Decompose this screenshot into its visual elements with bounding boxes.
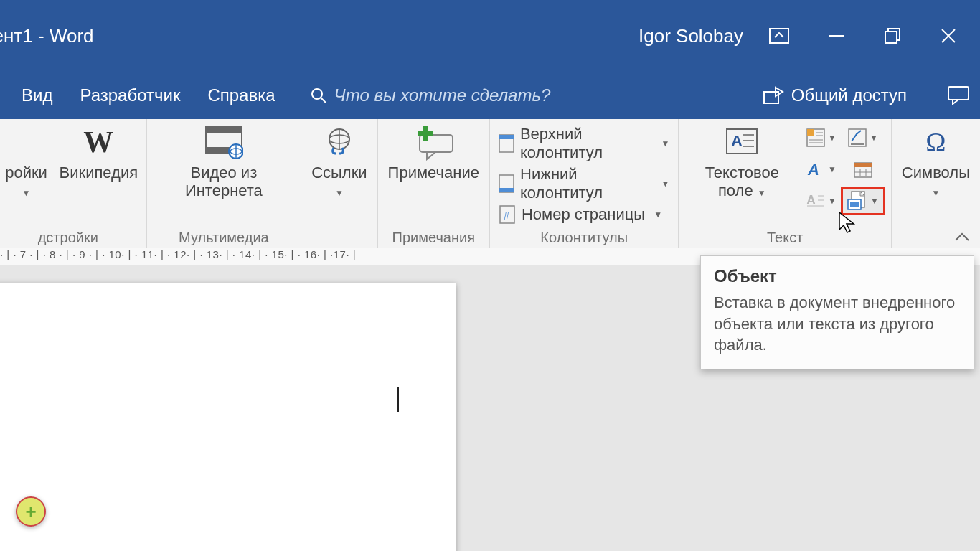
page[interactable] bbox=[0, 283, 456, 551]
svg-rect-0 bbox=[770, 29, 788, 43]
symbols-button[interactable]: Ω Символы▼ bbox=[897, 123, 974, 200]
group-header-footer: Верхний колонтитул ▼ Нижний колонтитул ▼… bbox=[490, 119, 679, 248]
signature-icon bbox=[848, 128, 867, 147]
chevron-down-icon: ▼ bbox=[654, 209, 662, 220]
group-addins-label: дстройки bbox=[0, 228, 141, 248]
ribbon-tabs: Вид Разработчик Справка Общий доступ bbox=[0, 72, 980, 119]
comment-icon bbox=[411, 123, 456, 161]
footer-button[interactable]: Нижний колонтитул ▼ bbox=[499, 165, 670, 202]
search-input[interactable] bbox=[334, 85, 636, 105]
wikipedia-icon: W bbox=[83, 123, 113, 161]
share-button[interactable]: Общий доступ bbox=[763, 85, 907, 105]
chevron-down-icon: ▼ bbox=[335, 188, 344, 198]
tooltip-object: Объект Вставка в документ внедренного об… bbox=[700, 255, 974, 369]
quick-parts-button[interactable]: ▼ bbox=[802, 123, 841, 152]
tab-view[interactable]: Вид bbox=[22, 81, 52, 110]
group-media-label: Мультимедиа bbox=[153, 228, 296, 248]
svg-text:A: A bbox=[806, 193, 816, 207]
group-media: Видео из Интернета Мультимедиа bbox=[147, 119, 302, 248]
window-controls bbox=[758, 27, 980, 44]
ribbon-display-options-icon[interactable] bbox=[769, 28, 789, 44]
close-icon[interactable] bbox=[940, 27, 957, 44]
group-links: Ссылки▼ bbox=[301, 119, 377, 248]
svg-rect-53 bbox=[850, 202, 859, 207]
chevron-down-icon: ▼ bbox=[22, 188, 31, 198]
omega-icon: Ω bbox=[925, 123, 946, 161]
svg-point-6 bbox=[312, 89, 322, 99]
links-label: Ссылки bbox=[311, 164, 367, 182]
date-time-button[interactable] bbox=[841, 155, 885, 184]
share-label: Общий доступ bbox=[791, 85, 907, 105]
svg-rect-9 bbox=[948, 87, 969, 100]
plus-icon: + bbox=[25, 501, 36, 523]
my-addins-button[interactable]: ройки ▼ bbox=[0, 123, 57, 200]
online-video-button[interactable]: Видео из Интернета bbox=[153, 123, 296, 200]
svg-rect-34 bbox=[807, 129, 814, 136]
group-links-label bbox=[307, 245, 371, 248]
date-time-icon bbox=[854, 160, 872, 179]
chevron-down-icon: ▼ bbox=[828, 133, 837, 143]
tooltip-body: Вставка в документ внедренного объекта и… bbox=[714, 292, 961, 356]
svg-rect-25 bbox=[499, 188, 514, 192]
group-addins: ройки ▼ W Википедия дстройки bbox=[0, 119, 147, 248]
wikipedia-button[interactable]: W Википедия bbox=[57, 123, 140, 182]
group-text: A Текстовое поле ▼ ▼ ▼ A ▼ bbox=[679, 119, 891, 248]
text-cursor bbox=[397, 387, 399, 412]
group-symbols: Ω Символы▼ bbox=[892, 119, 980, 248]
drop-cap-icon: A bbox=[806, 192, 825, 210]
restore-icon[interactable] bbox=[884, 27, 901, 44]
drop-cap-button[interactable]: A ▼ bbox=[802, 187, 841, 215]
username: Igor Solobay bbox=[624, 25, 758, 47]
links-button[interactable]: Ссылки▼ bbox=[307, 123, 371, 200]
svg-text:A: A bbox=[807, 161, 819, 179]
chevron-down-icon: ▼ bbox=[870, 133, 878, 143]
symbols-label: Символы bbox=[902, 164, 970, 182]
ruler-ticks: · | · 7 · | · 8 · | · 9 · | · 10· | · 11… bbox=[0, 248, 356, 260]
header-label: Верхний колонтитул bbox=[520, 125, 653, 162]
tooltip-title: Объект bbox=[714, 266, 961, 286]
new-comment-button[interactable]: Примечание bbox=[384, 123, 484, 182]
object-button[interactable]: ▼ bbox=[841, 187, 885, 215]
comment-label: Примечание bbox=[388, 164, 479, 182]
footer-icon bbox=[499, 174, 514, 193]
wordart-button[interactable]: A ▼ bbox=[802, 155, 841, 184]
page-number-icon: # bbox=[499, 205, 516, 224]
addins-label: ройки bbox=[5, 164, 47, 182]
group-hf-label: Колонтитулы bbox=[496, 228, 673, 248]
document-title: умент1 - Word bbox=[0, 25, 624, 47]
tab-developer[interactable]: Разработчик bbox=[80, 81, 180, 110]
object-icon bbox=[847, 191, 867, 211]
tab-help[interactable]: Справка bbox=[207, 81, 275, 110]
group-comments: Примечание Примечания bbox=[378, 119, 490, 248]
collapse-ribbon-icon[interactable] bbox=[954, 232, 970, 245]
page-number-label: Номер страницы bbox=[522, 205, 645, 224]
chevron-down-icon: ▼ bbox=[758, 188, 766, 198]
group-comments-label: Примечания bbox=[384, 228, 484, 248]
header-button[interactable]: Верхний колонтитул ▼ bbox=[499, 125, 670, 162]
comments-pane-icon[interactable] bbox=[947, 85, 970, 105]
search-icon bbox=[310, 87, 327, 104]
title-bar: умент1 - Word Igor Solobay bbox=[0, 0, 980, 72]
text-box-button[interactable]: A Текстовое поле ▼ bbox=[684, 123, 799, 200]
svg-line-7 bbox=[321, 98, 326, 103]
svg-rect-43 bbox=[854, 163, 872, 167]
svg-text:A: A bbox=[731, 132, 743, 150]
svg-text:#: # bbox=[504, 210, 509, 222]
wikipedia-label: Википедия bbox=[60, 164, 138, 182]
tell-me-search[interactable] bbox=[310, 85, 735, 105]
chevron-down-icon: ▼ bbox=[661, 179, 670, 189]
quick-parts-icon bbox=[806, 128, 825, 147]
svg-rect-3 bbox=[885, 32, 897, 43]
wordart-icon: A bbox=[806, 160, 825, 179]
add-annotation-button[interactable]: + bbox=[16, 496, 46, 527]
text-box-icon: A bbox=[725, 123, 758, 161]
video-label: Видео из Интернета bbox=[157, 164, 291, 200]
group-text-label: Текст bbox=[684, 228, 885, 248]
minimize-icon[interactable] bbox=[828, 27, 845, 44]
svg-rect-11 bbox=[206, 127, 242, 133]
link-icon bbox=[324, 123, 355, 161]
svg-rect-23 bbox=[499, 135, 514, 139]
signature-line-button[interactable]: ▼ bbox=[841, 123, 885, 152]
chevron-down-icon: ▼ bbox=[870, 196, 879, 206]
page-number-button[interactable]: # Номер страницы ▼ bbox=[499, 205, 670, 224]
